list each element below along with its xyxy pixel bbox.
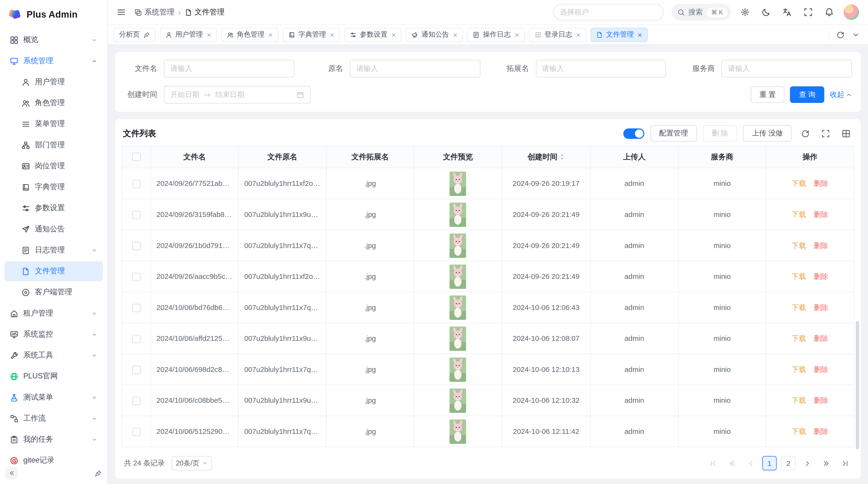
download-link[interactable]: 下载 [792,241,806,249]
query-button[interactable]: 查 询 [790,86,824,103]
refresh-table-button[interactable] [798,126,812,140]
row-checkbox[interactable] [132,334,140,343]
page-button-1[interactable]: 1 [762,456,777,471]
tab-close-icon[interactable]: × [453,31,458,38]
tab-analysis[interactable]: 分析页 [114,28,155,42]
delete-link[interactable]: 删除 [814,365,828,373]
download-link[interactable]: 下载 [792,210,806,218]
sidebar-item-menus[interactable]: 菜单管理 [4,114,103,134]
sidebar-item-workflow[interactable]: 工作流 [4,408,103,428]
sidebar-item-params[interactable]: 参数设置 [4,198,103,218]
extension-input[interactable]: 请输入 [535,60,666,77]
language-button[interactable] [780,5,794,19]
preview-thumbnail[interactable] [450,388,466,413]
original-name-input[interactable]: 请输入 [350,60,480,77]
column-settings-button[interactable] [839,126,853,140]
sidebar-item-clients[interactable]: 客户端管理 [4,282,103,302]
download-link[interactable]: 下载 [792,272,806,280]
sidebar-item-plus-site[interactable]: PLUS官网 [4,366,103,386]
date-range-input[interactable]: 开始日期 结束日期 [164,86,311,103]
theme-toggle-button[interactable] [760,5,773,19]
download-link[interactable]: 下载 [792,365,806,373]
tab-operation-logs[interactable]: 操作日志× [467,28,525,42]
sidebar-item-tools[interactable]: 系统工具 [4,346,103,365]
provider-input[interactable]: 请输入 [721,60,852,77]
page-size-select[interactable]: 20条/页 [172,456,212,471]
delete-link[interactable]: 删除 [814,334,828,342]
column-header[interactable]: 创建时间 [502,146,590,168]
sidebar-collapse-button[interactable] [5,467,18,479]
tab-close-icon[interactable]: × [207,31,212,38]
notifications-button[interactable] [823,5,836,19]
row-checkbox[interactable] [132,366,140,374]
tab-files[interactable]: 文件管理× [590,28,648,42]
sidebar-item-monitoring[interactable]: 系统监控 [4,324,103,344]
page-button-2[interactable]: 2 [781,456,796,471]
tenant-select[interactable]: 选择租户 [553,4,663,21]
tab-menu-button[interactable] [849,28,863,41]
pagination-first-button[interactable] [706,456,720,471]
tab-close-icon[interactable]: × [391,31,396,38]
download-link[interactable]: 下载 [792,334,806,342]
sidebar-item-logs[interactable]: 日志管理 [4,240,103,260]
refresh-page-button[interactable] [834,28,847,41]
delete-link[interactable]: 删除 [814,396,828,404]
app-logo-row[interactable]: Plus Admin [0,0,107,29]
tab-close-icon[interactable]: × [576,31,581,38]
pagination-next5-button[interactable] [819,456,833,471]
user-avatar[interactable] [844,4,859,20]
delete-link[interactable]: 删除 [814,179,828,187]
tab-dicts[interactable]: 字典管理× [283,28,340,42]
sidebar-item-roles[interactable]: 角色管理 [4,93,103,113]
row-checkbox[interactable] [132,211,140,219]
delete-link[interactable]: 删除 [814,241,828,249]
row-checkbox[interactable] [132,396,140,405]
download-link[interactable]: 下载 [792,179,806,187]
sidebar-item-gitee[interactable]: gitee记录 [4,451,103,465]
row-checkbox[interactable] [132,241,140,250]
preview-thumbnail[interactable] [450,419,466,444]
tab-notices[interactable]: 通知公告× [406,28,463,42]
sidebar-item-system-management[interactable]: 系统管理 [4,51,103,71]
table-scrollbar[interactable] [856,321,859,450]
delete-link[interactable]: 删除 [814,210,828,218]
preview-thumbnail[interactable] [450,295,466,320]
row-checkbox[interactable] [132,303,140,312]
global-search[interactable]: 搜索 ⌘ K [671,4,731,21]
tab-close-icon[interactable]: × [515,31,519,38]
preview-thumbnail[interactable] [450,233,466,258]
pagination-last-button[interactable] [838,456,852,471]
delete-link[interactable]: 删除 [814,303,828,311]
sidebar-item-dicts[interactable]: 字典管理 [4,177,103,197]
tab-params[interactable]: 参数设置× [344,28,401,42]
tab-close-icon[interactable]: × [330,31,334,38]
reset-button[interactable]: 重 置 [751,86,784,103]
sidebar-item-users[interactable]: 用户管理 [4,72,103,92]
preview-thumbnail[interactable] [450,171,466,196]
sidebar-toggle-button[interactable] [115,5,128,19]
sidebar-item-my-tasks[interactable]: 我的任务 [4,429,103,450]
delete-selected-button[interactable]: 删 除 [703,125,737,142]
sidebar-item-overview[interactable]: 概览 [4,30,103,50]
table-fullscreen-button[interactable] [818,126,833,140]
sidebar-item-departments[interactable]: 部门管理 [4,135,103,155]
pagination-prev-button[interactable] [743,456,758,471]
upload-button[interactable]: 上传 没做 [743,125,792,142]
download-link[interactable]: 下载 [792,303,806,311]
file-name-input[interactable]: 请输入 [164,60,294,77]
sidebar-item-files[interactable]: 文件管理 [4,261,103,281]
pagination-next-button[interactable] [800,456,814,471]
pagination-prev5-button[interactable] [724,456,739,471]
sort-icon[interactable] [560,153,565,161]
select-all-checkbox[interactable] [132,153,140,161]
delete-link[interactable]: 删除 [814,427,828,435]
settings-button[interactable] [739,5,752,19]
delete-link[interactable]: 删除 [814,272,828,280]
download-link[interactable]: 下载 [792,427,806,435]
sidebar-item-notices[interactable]: 通知公告 [4,219,103,239]
preview-thumbnail[interactable] [450,326,466,351]
tab-close-icon[interactable]: × [268,31,273,38]
preview-thumbnail[interactable] [450,202,466,227]
config-management-button[interactable]: 配置管理 [650,125,697,142]
tab-users[interactable]: 用户管理× [160,28,217,42]
